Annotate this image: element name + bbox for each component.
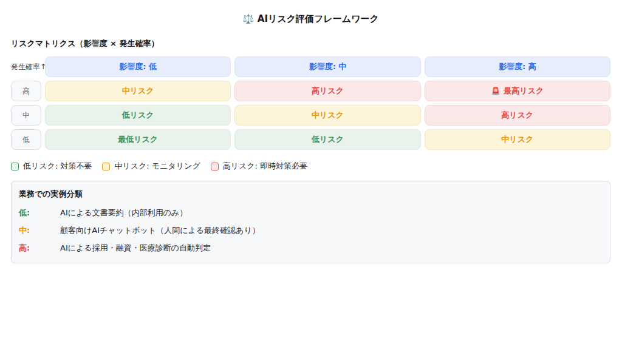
page-title: ⚖️AIリスク評価フレームワーク (11, 13, 610, 25)
impact-header-low: 影響度: 低 (45, 56, 231, 77)
legend-swatch-high-icon (211, 163, 219, 170)
impact-header-medium: 影響度: 中 (234, 56, 420, 77)
examples-title: 業務での実例分類 (19, 189, 603, 200)
legend-label: 低リスク: 対策不要 (23, 161, 92, 172)
risk-cell: 高リスク (425, 105, 610, 126)
scales-icon: ⚖️ (242, 13, 254, 24)
legend-label: 高リスク: 即時対策必要 (223, 161, 307, 172)
risk-cell: 中リスク (234, 105, 420, 126)
example-row-high: 高: AIによる採用・融資・医療診断の自動判定 (19, 243, 603, 254)
risk-cell: 高リスク (234, 81, 420, 101)
probability-label-high: 高 (11, 81, 41, 101)
risk-cell: 最低リスク (45, 129, 231, 150)
risk-cell-label: 最高リスク (504, 86, 544, 96)
example-text: AIによる文書要約（内部利用のみ） (60, 207, 603, 218)
impact-header-high: 影響度: 高 (425, 56, 610, 77)
siren-icon: 🚨 (491, 87, 500, 95)
example-label: 高: (19, 243, 60, 254)
risk-cell: 🚨最高リスク (425, 81, 610, 101)
risk-cell-label: 中リスク (312, 110, 344, 121)
example-label: 低: (19, 207, 60, 218)
risk-cell-label: 最低リスク (118, 134, 158, 145)
ai-risk-framework-page: ⚖️AIリスク評価フレームワーク リスクマトリクス（影響度 × 発生確率） 発生… (0, 0, 622, 263)
risk-cell: 低リスク (234, 129, 420, 150)
risk-cell-label: 中リスク (122, 86, 154, 96)
risk-legend: 低リスク: 対策不要 中リスク: モニタリング 高リスク: 即時対策必要 (11, 161, 610, 172)
legend-item-medium: 中リスク: モニタリング (102, 161, 200, 172)
page-title-text: AIリスク評価フレームワーク (258, 13, 379, 24)
legend-label: 中リスク: モニタリング (114, 161, 200, 172)
risk-cell-label: 低リスク (122, 110, 154, 121)
probability-label-medium: 中 (11, 105, 41, 126)
legend-item-high: 高リスク: 即時対策必要 (211, 161, 307, 172)
risk-cell: 中リスク (425, 129, 610, 150)
risk-matrix: 発生確率↑ 影響度: 低 影響度: 中 影響度: 高 高 中リスク 高リスク 🚨… (11, 56, 610, 150)
risk-cell: 中リスク (45, 81, 231, 101)
example-row-medium: 中: 顧客向けAIチャットボット（人間による最終確認あり） (19, 225, 603, 236)
example-label: 中: (19, 225, 60, 236)
risk-cell: 低リスク (45, 105, 231, 126)
risk-cell-label: 高リスク (312, 86, 344, 96)
example-text: AIによる採用・融資・医療診断の自動判定 (60, 243, 603, 254)
legend-swatch-medium-icon (102, 163, 110, 170)
risk-cell-label: 高リスク (501, 110, 533, 121)
example-text: 顧客向けAIチャットボット（人間による最終確認あり） (60, 225, 603, 236)
legend-swatch-low-icon (11, 163, 19, 170)
risk-cell-label: 低リスク (312, 134, 344, 145)
matrix-heading: リスクマトリクス（影響度 × 発生確率） (11, 38, 610, 49)
examples-panel: 業務での実例分類 低: AIによる文書要約（内部利用のみ） 中: 顧客向けAIチ… (11, 181, 610, 263)
example-row-low: 低: AIによる文書要約（内部利用のみ） (19, 207, 603, 218)
probability-label-low: 低 (11, 129, 41, 150)
legend-item-low: 低リスク: 対策不要 (11, 161, 92, 172)
probability-axis-label: 発生確率↑ (11, 56, 41, 77)
risk-cell-label: 中リスク (501, 134, 533, 145)
